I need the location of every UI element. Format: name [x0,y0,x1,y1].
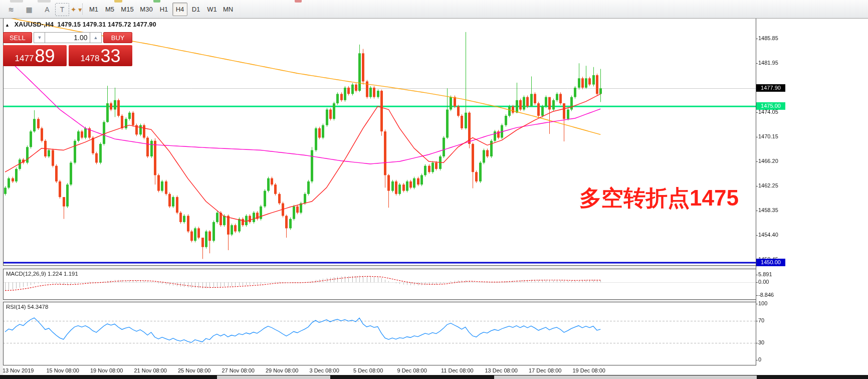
sell-price-big: 89 [35,47,55,65]
mt4-window: ≋▦AT✦ ▾ M1M5M15M30H1H4D1W1MN ▲ XAUUSD-,H… [0,0,868,379]
buy-button[interactable]: BUY [103,32,132,43]
timeframe-button-m1[interactable]: M1 [86,3,101,16]
sell-price-small: 1477 [15,52,34,65]
grid-icon[interactable]: ▦ [22,3,36,16]
one-click-trading-panel: SELL ▼ ▲ BUY 1477 89 1478 33 [3,32,132,66]
buy-price-small: 1478 [81,52,100,65]
objects-arrows-icon[interactable]: ✦ ▾ [69,3,83,16]
text-label-icon[interactable]: A [40,3,54,16]
cropped-window-edge [494,375,757,379]
volume-decrease-button[interactable]: ▼ [34,32,45,43]
timeframe-button-h4[interactable]: H4 [172,3,187,16]
toolbar: ≋▦AT✦ ▾ M1M5M15M30H1H4D1W1MN [0,0,868,19]
expert-advisors-icon[interactable]: ≋ [4,3,18,16]
buy-price-big: 33 [100,47,120,65]
timeframe-button-mn[interactable]: MN [221,3,236,16]
text-box-icon[interactable]: T [55,3,69,16]
timeframe-button-d1[interactable]: D1 [188,3,203,16]
cropped-toolbar-stub [38,0,51,3]
volume-input[interactable] [45,32,90,43]
cropped-toolbar-stub [10,0,23,3]
timeframe-button-m15[interactable]: M15 [118,3,136,16]
volume-increase-button[interactable]: ▲ [90,32,101,43]
cropped-window-edge [217,375,330,379]
cropped-windows-below [0,375,868,379]
buy-price-display[interactable]: 1478 33 [69,45,132,66]
sell-price-display[interactable]: 1477 89 [3,45,67,66]
timeframe-button-w1[interactable]: W1 [204,3,220,16]
timeframe-button-m30[interactable]: M30 [137,3,155,16]
sell-button[interactable]: SELL [3,32,32,43]
timeframe-button-m5[interactable]: M5 [102,3,117,16]
cropped-toolbar-stub [295,0,302,3]
timeframe-button-h1[interactable]: H1 [156,3,171,16]
toolbar-separator [82,4,84,15]
